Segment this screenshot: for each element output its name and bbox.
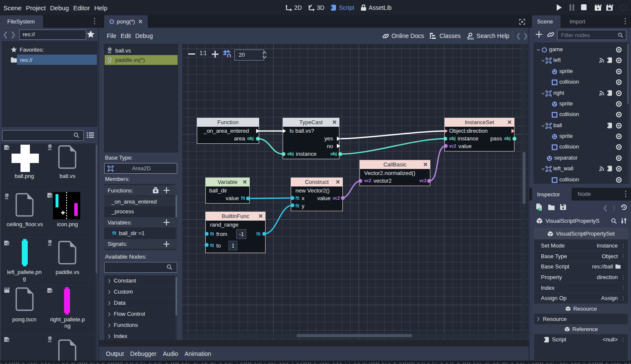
svg-text:DOC: DOC [467,36,474,40]
